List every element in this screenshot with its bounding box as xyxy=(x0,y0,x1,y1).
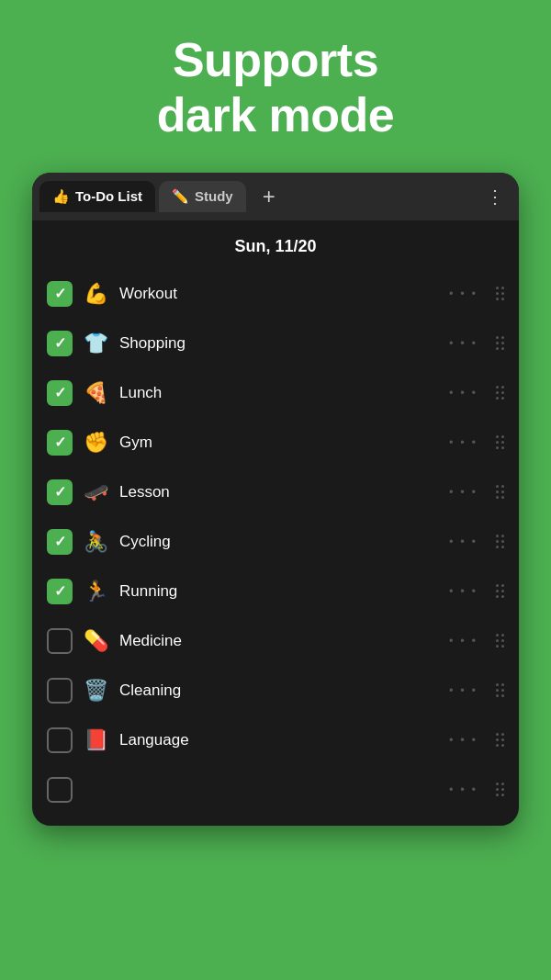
more-menu-button[interactable]: ⋮ xyxy=(478,182,512,211)
task-item: ✓🚴Cycling• • • xyxy=(32,517,519,567)
task-item: • • • xyxy=(32,765,519,815)
app-card: 👍 To-Do List ✏️ Study + ⋮ Sun, 11/20 ✓💪W… xyxy=(32,173,519,826)
task-label: Cleaning xyxy=(119,681,438,700)
task-checkbox[interactable]: ✓ xyxy=(47,331,73,356)
task-checkbox[interactable]: ✓ xyxy=(47,281,73,307)
task-label: Language xyxy=(119,731,438,749)
task-drag-handle[interactable] xyxy=(496,287,504,300)
task-drag-handle[interactable] xyxy=(496,783,504,796)
task-emoji: 🗑️ xyxy=(84,679,108,703)
task-item: 🗑️Cleaning• • • xyxy=(32,666,519,715)
tab-bar: 👍 To-Do List ✏️ Study + ⋮ xyxy=(32,173,519,220)
checkmark-icon: ✓ xyxy=(54,582,66,600)
task-options-dots[interactable]: • • • xyxy=(449,435,478,449)
task-checkbox[interactable]: ✓ xyxy=(47,380,73,406)
task-drag-handle[interactable] xyxy=(496,386,504,400)
task-emoji: 🚴 xyxy=(84,530,108,554)
task-label: Lunch xyxy=(119,384,438,402)
task-item: ✓🛹Lesson• • • xyxy=(32,467,519,517)
task-drag-handle[interactable] xyxy=(496,535,504,548)
task-item: 💊Medicine• • • xyxy=(32,616,519,666)
task-checkbox[interactable]: ✓ xyxy=(47,529,73,555)
task-options-dots[interactable]: • • • xyxy=(449,584,478,598)
checkmark-icon: ✓ xyxy=(54,434,66,451)
task-options-dots[interactable]: • • • xyxy=(449,783,478,796)
task-label: Running xyxy=(119,582,438,601)
task-label: Cycling xyxy=(119,533,438,551)
task-emoji: 📕 xyxy=(84,728,108,752)
checkmark-icon: ✓ xyxy=(54,334,66,352)
task-options-dots[interactable]: • • • xyxy=(449,386,478,400)
task-checkbox[interactable]: ✓ xyxy=(47,579,73,604)
checkmark-icon: ✓ xyxy=(54,483,66,501)
task-label: Workout xyxy=(119,285,438,303)
task-emoji: 🍕 xyxy=(84,381,108,405)
task-options-dots[interactable]: • • • xyxy=(449,634,478,648)
add-tab-button[interactable]: + xyxy=(253,180,285,213)
task-checkbox[interactable] xyxy=(47,678,73,704)
task-checkbox[interactable]: ✓ xyxy=(47,479,73,505)
task-drag-handle[interactable] xyxy=(496,435,504,449)
header-title: Supports dark mode xyxy=(157,33,394,143)
task-checkbox[interactable] xyxy=(47,628,73,654)
task-item: ✓🍕Lunch• • • xyxy=(32,368,519,418)
checkmark-icon: ✓ xyxy=(54,285,66,302)
task-options-dots[interactable]: • • • xyxy=(449,733,478,747)
task-emoji: 💊 xyxy=(84,629,108,653)
task-options-dots[interactable]: • • • xyxy=(449,485,478,499)
tab-study-emoji: ✏️ xyxy=(172,188,189,205)
task-item: 📕Language• • • xyxy=(32,715,519,765)
task-drag-handle[interactable] xyxy=(496,634,504,648)
task-item: ✓💪Workout• • • xyxy=(32,269,519,319)
task-label: Medicine xyxy=(119,632,438,650)
date-header: Sun, 11/20 xyxy=(32,220,519,265)
task-checkbox[interactable] xyxy=(47,777,73,803)
task-list: ✓💪Workout• • • ✓👕Shopping• • • ✓🍕Lunch• … xyxy=(32,265,519,826)
task-options-dots[interactable]: • • • xyxy=(449,336,478,350)
task-drag-handle[interactable] xyxy=(496,683,504,697)
task-options-dots[interactable]: • • • xyxy=(449,287,478,300)
tab-todo-emoji: 👍 xyxy=(52,188,70,205)
tab-study-label: Study xyxy=(195,188,233,204)
tab-todo-label: To-Do List xyxy=(75,188,142,204)
task-drag-handle[interactable] xyxy=(496,336,504,350)
task-options-dots[interactable]: • • • xyxy=(449,683,478,697)
checkmark-icon: ✓ xyxy=(54,384,66,401)
task-drag-handle[interactable] xyxy=(496,584,504,598)
task-emoji: 👕 xyxy=(84,332,108,355)
task-emoji: 🏃 xyxy=(84,580,108,603)
task-item: ✓👕Shopping• • • xyxy=(32,319,519,368)
task-label: Lesson xyxy=(119,483,438,501)
tab-todo[interactable]: 👍 To-Do List xyxy=(39,181,155,212)
task-drag-handle[interactable] xyxy=(496,485,504,499)
task-label: Gym xyxy=(119,434,438,452)
task-emoji: 🛹 xyxy=(84,480,108,504)
task-checkbox[interactable] xyxy=(47,727,73,753)
task-item: ✓✊Gym• • • xyxy=(32,418,519,467)
header-section: Supports dark mode xyxy=(157,0,394,143)
task-emoji: 💪 xyxy=(84,282,108,306)
tab-study[interactable]: ✏️ Study xyxy=(159,181,246,212)
task-label: Shopping xyxy=(119,334,438,353)
task-emoji: ✊ xyxy=(84,431,108,455)
task-item: ✓🏃Running• • • xyxy=(32,567,519,616)
task-drag-handle[interactable] xyxy=(496,733,504,747)
task-options-dots[interactable]: • • • xyxy=(449,535,478,548)
task-checkbox[interactable]: ✓ xyxy=(47,430,73,456)
checkmark-icon: ✓ xyxy=(54,533,66,550)
